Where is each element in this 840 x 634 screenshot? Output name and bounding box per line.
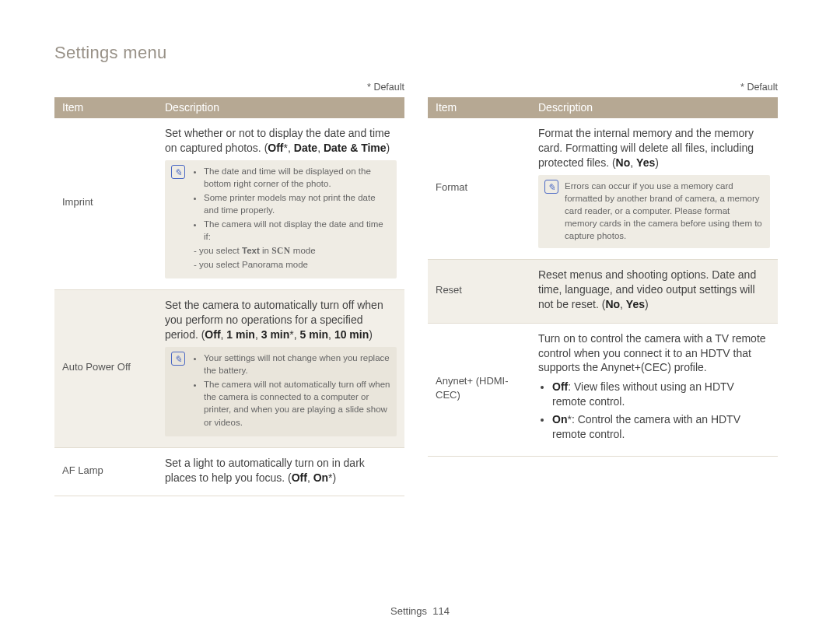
item-label: Format: [428, 118, 530, 260]
options-text: No, Yes: [616, 156, 656, 169]
default-marker-left: * Default: [54, 82, 404, 93]
intro-post: ): [655, 156, 659, 169]
note-line: The camera will not display the date and…: [204, 218, 390, 243]
note-icon: ✎: [171, 165, 185, 179]
footer-page: 114: [432, 605, 450, 617]
default-marker-right: * Default: [428, 82, 778, 93]
right-column: * Default Item Description Format Format…: [428, 82, 778, 496]
settings-table-right: Item Description Format Format the inter…: [428, 97, 778, 457]
intro-post: ): [369, 328, 373, 341]
page-footer: Settings 114: [0, 605, 840, 617]
bullet-text: : View files without using an HDTV remot…: [552, 380, 734, 408]
note-line: Some printer models may not print the da…: [204, 191, 390, 216]
options-text: Off, 1 min, 3 min*, 5 min, 10 min: [205, 328, 369, 341]
note-box: ✎ The date and time will be displayed on…: [165, 160, 397, 279]
th-item: Item: [428, 97, 530, 118]
item-label: Reset: [428, 260, 530, 324]
note-box: ✎ Errors can occur if you use a memory c…: [538, 175, 770, 248]
item-desc: Set a light to automatically turn on in …: [157, 447, 404, 496]
left-column: * Default Item Description Imprint Set w…: [54, 82, 404, 496]
item-desc: Set the camera to automatically turn off…: [157, 290, 404, 447]
bullet-label: On: [552, 413, 567, 426]
intro-post: ): [645, 298, 649, 310]
item-desc: Reset menus and shooting options. Date a…: [530, 260, 778, 324]
table-row: AF Lamp Set a light to automatically tur…: [54, 447, 404, 496]
bullet-text: : Control the camera with an HDTV remote…: [552, 413, 740, 440]
intro-post: ): [387, 142, 390, 154]
note-icon: ✎: [171, 352, 185, 366]
th-item: Item: [54, 97, 157, 118]
bullet-label: Off: [552, 380, 568, 393]
table-row: Anynet+ (HDMI-CEC) Turn on to control th…: [428, 323, 778, 456]
note-box: ✎ Your settings will not change when you…: [165, 347, 397, 436]
note-icon: ✎: [544, 180, 558, 194]
note-line: The camera will not automatically turn o…: [204, 378, 390, 428]
note-sub-line: you select Panorama mode: [199, 258, 390, 271]
page-title: Settings menu: [54, 43, 797, 63]
options-text: Off, On*: [292, 471, 333, 484]
intro-post: ): [333, 471, 337, 484]
columns: * Default Item Description Imprint Set w…: [54, 82, 797, 496]
note-body: Your settings will not change when you r…: [191, 352, 390, 430]
note-body: Errors can occur if you use a memory car…: [565, 180, 764, 242]
intro-text: Turn on to control the camera with a TV …: [538, 332, 766, 374]
options-text: Off*, Date, Date & Time: [268, 142, 386, 154]
table-row: Auto Power Off Set the camera to automat…: [54, 290, 404, 447]
note-plain: Errors can occur if you use a memory car…: [565, 181, 762, 240]
note-sub-line: you select Text in SCN mode: [199, 244, 390, 257]
item-label: Anynet+ (HDMI-CEC): [428, 323, 530, 456]
table-row: Reset Reset menus and shooting options. …: [428, 260, 778, 324]
bullet-item: Off: View files without using an HDTV re…: [552, 380, 770, 409]
table-row: Imprint Set whether or not to display th…: [54, 118, 404, 290]
item-desc: Set whether or not to display the date a…: [157, 118, 404, 290]
th-desc: Description: [157, 97, 404, 118]
settings-table-left: Item Description Imprint Set whether or …: [54, 97, 404, 496]
note-body: The date and time will be displayed on t…: [191, 165, 390, 273]
table-row: Format Format the internal memory and th…: [428, 118, 778, 260]
th-desc: Description: [530, 97, 778, 118]
note-line: The date and time will be displayed on t…: [204, 165, 390, 190]
item-desc: Turn on to control the camera with a TV …: [530, 323, 778, 456]
item-desc: Format the internal memory and the memor…: [530, 118, 778, 260]
bullet-item: On*: Control the camera with an HDTV rem…: [552, 412, 770, 442]
footer-section: Settings: [390, 605, 427, 617]
options-text: No, Yes: [605, 298, 645, 310]
item-label: AF Lamp: [54, 447, 157, 496]
item-label: Imprint: [54, 118, 157, 290]
note-line: Your settings will not change when you r…: [204, 352, 390, 377]
item-label: Auto Power Off: [54, 290, 157, 447]
